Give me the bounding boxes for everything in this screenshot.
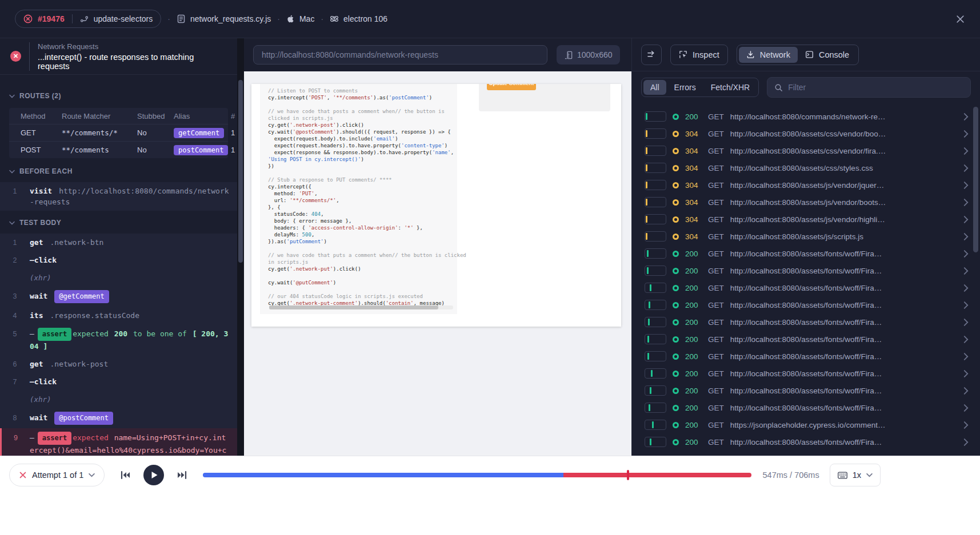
scrollbar-thumb[interactable] bbox=[238, 80, 243, 263]
tab-network[interactable]: Network bbox=[739, 47, 798, 63]
network-request-row[interactable]: 304GEThttp://localhost:8080/assets/js/ve… bbox=[632, 211, 980, 228]
branch-name[interactable]: update-selectors bbox=[94, 14, 153, 23]
play-button[interactable] bbox=[143, 465, 164, 485]
route-method: GET bbox=[21, 128, 62, 137]
network-request-row[interactable]: 200GEThttp://localhost:8080/assets/fonts… bbox=[632, 262, 980, 279]
collapse-panel-button[interactable] bbox=[641, 45, 662, 65]
network-request-row[interactable]: 200GEThttp://localhost:8080/assets/fonts… bbox=[632, 331, 980, 348]
network-request-row[interactable]: 200GEThttp://localhost:8080/assets/fonts… bbox=[632, 245, 980, 262]
status-code: 200 bbox=[685, 284, 702, 292]
network-filter-input[interactable]: Filter bbox=[767, 77, 971, 98]
command-row[interactable]: 5–assertexpected 200 to be one of [ 200,… bbox=[0, 324, 237, 355]
code-segment: 'postComment' bbox=[389, 95, 429, 100]
collapse-right-icon bbox=[647, 50, 657, 59]
speed-label: 1x bbox=[853, 470, 861, 480]
command-argument: .response.statusCode bbox=[50, 311, 139, 320]
command-row[interactable]: 9–assertexpected name=Using+POST+in+cy.i… bbox=[0, 428, 237, 456]
status-donut-icon bbox=[673, 302, 679, 308]
tab-console[interactable]: Console bbox=[798, 47, 857, 63]
ruler-icon bbox=[564, 51, 573, 59]
network-request-row[interactable]: 200GEThttp://localhost:8080/commands/net… bbox=[632, 108, 980, 125]
skip-to-start-button[interactable] bbox=[119, 470, 131, 480]
code-line: delayMs: 500, bbox=[268, 231, 457, 238]
scrollbar-thumb[interactable] bbox=[973, 107, 978, 252]
spec-crumb[interactable]: network_requests.cy.js bbox=[177, 14, 271, 23]
skip-to-end-button[interactable] bbox=[177, 470, 188, 480]
network-request-row[interactable]: 200GEThttp://localhost:8080/assets/fonts… bbox=[632, 296, 980, 313]
network-request-row[interactable]: 200GEThttp://localhost:8080/assets/fonts… bbox=[632, 382, 980, 399]
code-segment: ).click() bbox=[336, 122, 364, 128]
network-request-row[interactable]: 200GEThttp://localhost:8080/assets/fonts… bbox=[632, 279, 980, 296]
app-horizontal-scrollbar[interactable] bbox=[269, 305, 453, 309]
command-name: get bbox=[30, 238, 43, 247]
command-row[interactable]: 6get.network-post bbox=[0, 355, 237, 373]
network-request-row[interactable]: 200GEThttps://jsonplaceholder.cypress.io… bbox=[632, 416, 980, 433]
update-comment-button[interactable]: Update Comment bbox=[487, 84, 536, 90]
command-log-scroll[interactable]: ROUTES (2) MethodRoute MatcherStubbedAli… bbox=[0, 75, 237, 456]
network-request-row[interactable]: 200GEThttp://localhost:8080/assets/fonts… bbox=[632, 433, 980, 450]
timeline-scrubber[interactable] bbox=[203, 473, 751, 477]
network-request-row[interactable]: 304GEThttp://localhost:8080/assets/js/sc… bbox=[632, 228, 980, 245]
command-row[interactable]: 3wait@getComment bbox=[0, 287, 237, 307]
command-row[interactable]: 8wait@postComment bbox=[0, 408, 237, 428]
filter-tab-fetchxhr[interactable]: Fetch/XHR bbox=[704, 80, 757, 95]
request-timing-tick bbox=[646, 199, 647, 206]
section-test-body[interactable]: TEST BODY bbox=[0, 215, 237, 230]
request-timing-tick bbox=[647, 353, 649, 360]
command-row[interactable]: 1get.network-btn bbox=[0, 234, 237, 251]
alias-badge[interactable]: getComment bbox=[174, 128, 224, 138]
crumb-separator: · bbox=[277, 14, 280, 23]
playback-speed-selector[interactable]: 1x bbox=[830, 464, 881, 486]
alias-badge[interactable]: @getComment bbox=[54, 290, 109, 303]
status-donut-icon bbox=[673, 216, 679, 223]
code-segment: 'PUT' bbox=[299, 191, 314, 196]
command-row[interactable]: 7–click bbox=[0, 373, 237, 391]
aut-iframe[interactable]: // Listen to POST to commentscy.intercep… bbox=[251, 84, 621, 327]
filter-tab-errors[interactable]: Errors bbox=[667, 80, 703, 95]
route-row[interactable]: GET**/comments/*NogetComment1 bbox=[9, 124, 228, 141]
section-routes[interactable]: ROUTES (2) bbox=[0, 89, 237, 103]
run-number[interactable]: #19476 bbox=[38, 14, 65, 23]
url-bar[interactable]: http://localhost:8080/commands/network-r… bbox=[253, 45, 547, 65]
command-log-panel: ✕ Network Requests ...intercept() - rout… bbox=[0, 38, 237, 456]
play-icon bbox=[151, 471, 158, 479]
network-request-row[interactable]: 304GEThttp://localhost:8080/assets/css/s… bbox=[632, 159, 980, 176]
inspect-button[interactable]: Inspect bbox=[670, 45, 728, 65]
network-request-row[interactable]: 304GEThttp://localhost:8080/assets/css/v… bbox=[632, 142, 980, 159]
request-timing-box bbox=[645, 368, 666, 379]
run-pill[interactable]: #19476 update-selectors bbox=[15, 10, 161, 28]
network-request-row[interactable]: 200GEThttp://localhost:8080/assets/fonts… bbox=[632, 399, 980, 416]
command-row[interactable]: 4its.response.statusCode bbox=[0, 307, 237, 324]
alias-badge[interactable]: postComment bbox=[174, 145, 228, 155]
section-before-each[interactable]: BEFORE EACH bbox=[0, 164, 237, 179]
left-panel-scrollbar[interactable] bbox=[237, 38, 244, 456]
status-code: 200 bbox=[685, 369, 702, 378]
request-timing-tick bbox=[649, 301, 650, 308]
chevron-right-icon bbox=[963, 336, 969, 343]
network-request-row[interactable]: 304GEThttp://localhost:8080/assets/js/ve… bbox=[632, 194, 980, 211]
network-request-row[interactable]: 200GEThttp://localhost:8080/assets/fonts… bbox=[632, 365, 980, 382]
network-request-row[interactable]: 200GEThttp://localhost:8080/assets/fonts… bbox=[632, 313, 980, 331]
scrollbar-thumb[interactable] bbox=[269, 305, 438, 309]
status-code: 200 bbox=[685, 318, 702, 327]
network-request-row[interactable]: 304GEThttp://localhost:8080/assets/js/ve… bbox=[632, 176, 980, 194]
timeline-playhead[interactable] bbox=[627, 470, 629, 480]
alias-badge[interactable]: @postComment bbox=[54, 412, 113, 425]
command-row[interactable]: 2–click bbox=[0, 251, 237, 269]
console-tab-label: Console bbox=[819, 50, 849, 59]
route-row[interactable]: POST**/commentsNopostComment1 bbox=[9, 141, 228, 158]
chevron-right-icon bbox=[963, 284, 969, 292]
network-request-row[interactable]: 304GEThttp://localhost:8080/assets/css/v… bbox=[632, 125, 980, 142]
status-donut-icon bbox=[673, 336, 679, 343]
close-icon[interactable] bbox=[955, 14, 965, 24]
request-url: http://localhost:8080/assets/css/vendor/… bbox=[730, 147, 957, 155]
code-segment: cy.wait( bbox=[268, 129, 293, 135]
filter-tab-all[interactable]: All bbox=[643, 80, 666, 95]
app-code-lines: // Listen to POST to commentscy.intercep… bbox=[268, 87, 457, 307]
run-error-icon bbox=[23, 14, 33, 23]
routes-col-header: Method bbox=[21, 112, 62, 120]
network-request-row[interactable]: 200GEThttp://localhost:8080/assets/fonts… bbox=[632, 348, 980, 365]
code-segment: ) bbox=[361, 156, 364, 162]
attempt-selector[interactable]: Attempt 1 of 1 bbox=[9, 464, 105, 486]
command-row[interactable]: 1visithttp://localhost:8080/commands/net… bbox=[0, 182, 237, 211]
